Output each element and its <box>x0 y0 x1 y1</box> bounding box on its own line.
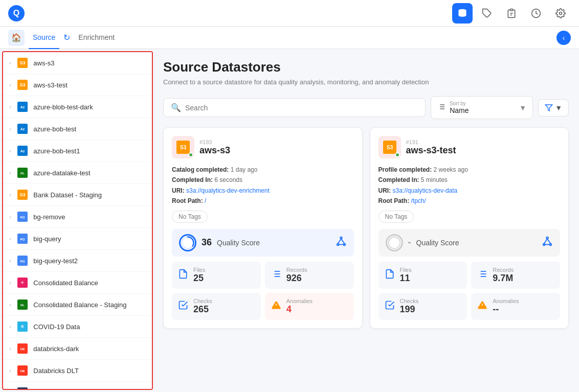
sidebar-label-aws-s3-test: aws-s3-test <box>33 81 67 89</box>
nav-left: Q <box>8 5 25 21</box>
svg-line-55 <box>338 239 341 243</box>
svg-text:S3: S3 <box>20 82 26 87</box>
sidebar-item-aws-s3-test[interactable]: › S3 aws-s3-test <box>3 74 152 96</box>
sidebar-label-covid19: COVID-19 Data <box>33 323 80 331</box>
chevron-right-icon: › <box>9 324 11 330</box>
sidebar-item-aws-s3[interactable]: › S3 aws-s3 <box>3 52 152 74</box>
svg-line-56 <box>341 239 344 243</box>
tab-source[interactable]: Source <box>29 27 59 49</box>
filter-button[interactable]: ▼ <box>538 99 569 117</box>
search-input[interactable] <box>185 104 418 112</box>
svg-text:BQ: BQ <box>20 238 25 241</box>
sidebar-item-azure-blob-test-dark[interactable]: › Az azure-blob-test-dark <box>3 96 152 118</box>
nav-tag-icon[interactable] <box>477 3 497 24</box>
sort-box[interactable]: Sort by Name ▼ <box>431 96 533 119</box>
completed-label: Completed In: <box>172 176 213 183</box>
tab-bar: 🏠 Source ↻ Enrichment ‹ <box>0 27 579 49</box>
root-path-label: Root Path: <box>172 197 203 204</box>
catalog-label: Catalog completed: <box>172 166 229 173</box>
sidebar-collapse-button[interactable]: ‹ <box>556 31 571 45</box>
sidebar-item-databricks-dark[interactable]: › DB databricks-dark <box>3 338 152 360</box>
uri-label: URI: <box>172 187 185 194</box>
nav-icons <box>452 3 571 24</box>
chevron-right-icon: › <box>9 346 11 352</box>
home-tab-icon[interactable]: 🏠 <box>8 30 25 46</box>
svg-text:❄: ❄ <box>20 324 25 329</box>
sidebar-item-azure-bob-test[interactable]: › Az azure-bob-test <box>3 118 152 140</box>
sidebar-item-consolidated-balance-staging[interactable]: › DL Consolidated Balance - Staging <box>3 294 152 316</box>
sidebar-item-azure-bob-test1[interactable]: › Az azure-bob-test1 <box>3 140 152 162</box>
quality-network-icon-2 <box>542 236 553 249</box>
svg-text:S3: S3 <box>180 145 187 150</box>
sidebar-item-big-query-test2[interactable]: › BQ big-query-test2 <box>3 250 152 272</box>
sidebar-icon-aws-s3: S3 <box>17 57 28 68</box>
quality-circle-aws-s3-test <box>386 234 403 251</box>
sidebar-item-consolidated-balance[interactable]: › ✳ Consolidated Balance <box>3 272 152 294</box>
sidebar-label-azure-blob-test-dark: azure-blob-test-dark <box>33 103 93 111</box>
svg-line-73 <box>547 239 550 243</box>
uri-value-2[interactable]: s3a://qualytics-dev-data <box>393 187 458 194</box>
checks-label-2: Checks <box>400 298 419 304</box>
files-stat-content-2: Files 11 <box>400 267 412 284</box>
quality-score-row-aws-s3-test: - Quality Score <box>378 229 561 257</box>
chevron-right-icon: › <box>9 236 11 242</box>
svg-rect-37 <box>17 387 28 390</box>
nav-clock-icon[interactable] <box>526 3 546 24</box>
tab-enrichment[interactable]: Enrichment <box>74 27 119 49</box>
no-tags-button-2[interactable]: No Tags <box>378 211 414 223</box>
page-title: Source Datastores <box>163 59 569 75</box>
tab-refresh-icon[interactable]: ↻ <box>63 33 70 42</box>
datastore-card-aws-s3[interactable]: S3 #193 aws-s3 Catalog completed: 1 day … <box>163 127 363 329</box>
checks-icon-2 <box>385 300 395 313</box>
datastore-card-aws-s3-test[interactable]: S3 #191 aws-s3-test Profile completed: 2… <box>370 127 569 329</box>
checks-label: Checks <box>193 298 212 304</box>
sidebar-label-bank-dataset: Bank Dataset - Staging <box>33 191 102 199</box>
stat-anomalies-aws-s3: Anomalies 4 <box>265 293 354 320</box>
sidebar-item-databricks-dlt[interactable]: › DB Databricks DLT <box>3 360 152 382</box>
uri-value[interactable]: s3a://qualytics-dev-enrichment <box>186 187 270 194</box>
svg-point-69 <box>546 237 548 239</box>
checks-stat-content-2: Checks 199 <box>400 298 419 315</box>
nav-database-icon[interactable] <box>452 3 473 24</box>
svg-text:S3: S3 <box>20 192 26 197</box>
files-stat-content: Files 25 <box>193 267 205 284</box>
top-nav: Q <box>0 0 579 27</box>
sort-chevron-icon: ▼ <box>519 104 526 112</box>
chevron-right-icon: › <box>9 126 11 132</box>
sidebar-item-azure-datalake[interactable]: › DL azure-datalake-test <box>3 162 152 184</box>
catalog-label-2: Profile completed: <box>378 166 432 173</box>
sidebar-item-big-query[interactable]: › BQ big-query <box>3 228 152 250</box>
anomalies-label-2: Anomalies <box>493 298 519 304</box>
chevron-right-icon: › <box>9 214 11 220</box>
card-title-group-2: #191 aws-s3-test <box>406 139 456 156</box>
sidebar-label-bg-remove: bg-remove <box>33 213 65 221</box>
root-path-value[interactable]: / <box>205 197 206 204</box>
nav-settings-icon[interactable] <box>550 3 571 24</box>
sidebar-item-db2-dataset[interactable]: › DB2 DB2 dataset <box>3 382 152 390</box>
sidebar-item-bank-dataset[interactable]: › S3 Bank Dataset - Staging <box>3 184 152 206</box>
sidebar-item-covid19[interactable]: › ❄ COVID-19 Data <box>3 316 152 338</box>
chevron-right-icon: › <box>9 390 11 390</box>
sidebar-icon-azure-datalake: DL <box>17 167 28 178</box>
sidebar-label-consolidated-balance: Consolidated Balance <box>33 279 98 287</box>
no-tags-button[interactable]: No Tags <box>172 211 208 223</box>
sidebar-icon-aws-s3-test: S3 <box>17 79 28 90</box>
tab-source-label: Source <box>33 33 55 41</box>
quality-score-value-aws-s3-test: - <box>408 237 411 248</box>
card-meta-aws-s3: Catalog completed: 1 day ago Completed I… <box>172 165 354 206</box>
svg-point-52 <box>340 237 342 239</box>
search-box: 🔍 <box>163 98 426 117</box>
main-layout: ← › S3 aws-s3 › S3 aws-s3-test › Az azur… <box>0 49 579 392</box>
root-path-value-2[interactable]: /tpch/ <box>411 197 426 204</box>
quality-score-label-aws-s3-test: Quality Score <box>416 239 459 247</box>
svg-text:S3: S3 <box>386 145 393 150</box>
nav-clipboard-icon[interactable] <box>501 3 522 24</box>
sidebar-label-big-query: big-query <box>33 235 61 243</box>
stat-records-aws-s3-test: Records 9.7M <box>471 262 560 289</box>
anomalies-value-2: -- <box>493 304 519 315</box>
sort-icon <box>437 103 446 113</box>
sidebar-item-bg-remove[interactable]: › BQ bg-remove <box>3 206 152 228</box>
sidebar-label-consolidated-balance-staging: Consolidated Balance - Staging <box>33 301 126 309</box>
svg-text:DB: DB <box>20 348 25 351</box>
records-stat-content-2: Records 9.7M <box>493 267 514 284</box>
